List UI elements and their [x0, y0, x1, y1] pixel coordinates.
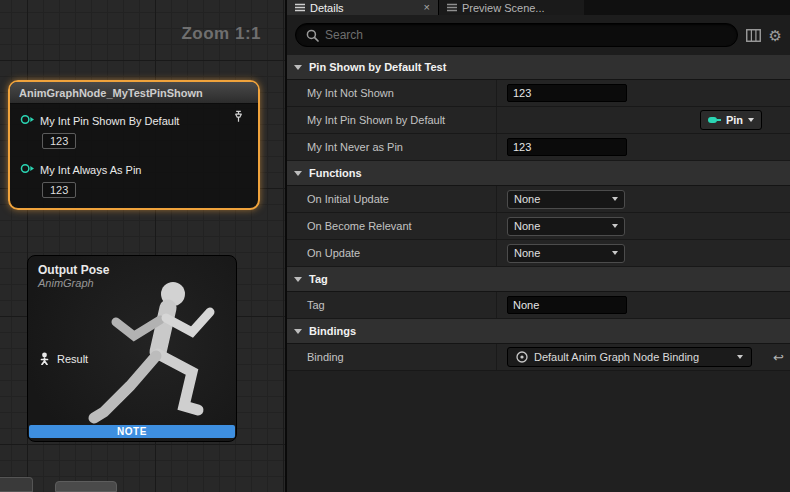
property-row: My Int Not Shown — [287, 80, 790, 107]
search-input[interactable] — [325, 28, 727, 42]
section-title: Pin Shown by Default Test — [309, 61, 446, 73]
pin-icon — [708, 116, 721, 124]
output-pose-node[interactable]: Output Pose AnimGraph Result NOTE — [27, 255, 237, 442]
binding-dropdown[interactable]: Default Anim Graph Node Binding — [507, 347, 752, 367]
close-icon[interactable]: × — [424, 2, 430, 13]
reset-to-default-icon[interactable]: ↩ — [773, 350, 784, 365]
on-update-dropdown[interactable]: None — [507, 244, 625, 263]
graph-canvas[interactable]: Zoom 1:1 AnimGraphNode_MyTestPinShown My… — [0, 0, 285, 492]
anim-graph-node[interactable]: AnimGraphNode_MyTestPinShown My Int Pin … — [8, 80, 260, 210]
chevron-down-icon — [294, 329, 302, 334]
int-pin-icon[interactable] — [20, 112, 35, 130]
pin-label: My Int Always As Pin — [40, 164, 141, 176]
output-node-subtitle: AnimGraph — [28, 277, 236, 289]
section-title: Bindings — [309, 325, 356, 337]
pin-label: My Int Pin Shown By Default — [40, 115, 179, 127]
node-pin-row: My Int Always As Pin 123 — [10, 149, 258, 198]
on-become-relevant-dropdown[interactable]: None — [507, 217, 625, 236]
chevron-down-icon — [612, 224, 618, 228]
chevron-down-icon — [612, 197, 618, 201]
chevron-down-icon — [748, 118, 754, 122]
preview-scene-tab-icon — [447, 3, 457, 12]
property-row: On Initial Update None — [287, 186, 790, 213]
property-row: Tag — [287, 292, 790, 319]
column-view-icon[interactable] — [746, 29, 761, 42]
int-pin-icon[interactable] — [20, 161, 35, 179]
details-empty-area — [287, 371, 790, 492]
output-node-title: Output Pose — [28, 256, 236, 277]
pose-pin-icon — [38, 352, 51, 365]
dropdown-value: None — [514, 247, 540, 259]
tab-label: Preview Scene... — [462, 2, 545, 14]
note-bar: NOTE — [29, 425, 235, 438]
chevron-down-icon — [294, 65, 302, 70]
dropdown-value: None — [514, 193, 540, 205]
my-int-never-as-pin-input[interactable] — [507, 138, 627, 156]
property-label: My Int Pin Shown by Default — [287, 107, 497, 133]
property-label: On Update — [287, 240, 497, 266]
property-row: Binding Default Anim Graph Node Binding … — [287, 344, 790, 371]
tab-details[interactable]: Details × — [287, 0, 438, 15]
node-pin-row: My Int Pin Shown By Default 123 — [10, 104, 258, 149]
gear-icon[interactable]: ⚙ — [769, 28, 782, 43]
binding-value: Default Anim Graph Node Binding — [534, 351, 699, 363]
section-header-functions[interactable]: Functions — [287, 161, 790, 186]
chevron-down-icon — [737, 355, 743, 359]
details-tab-icon — [295, 3, 305, 12]
search-icon — [306, 29, 319, 42]
chevron-down-icon — [612, 251, 618, 255]
tab-label: Details — [310, 2, 344, 14]
property-label: My Int Not Shown — [287, 80, 497, 106]
property-label: My Int Never as Pin — [287, 134, 497, 160]
binding-icon — [516, 351, 528, 363]
property-row: My Int Pin Shown by Default Pin — [287, 107, 790, 134]
on-initial-update-dropdown[interactable]: None — [507, 190, 625, 209]
pin-dropdown[interactable]: Pin — [700, 110, 762, 130]
property-label: Tag — [287, 292, 497, 318]
pin-dropdown-label: Pin — [726, 114, 743, 126]
tag-input[interactable] — [507, 296, 627, 314]
property-row: On Become Relevant None — [287, 213, 790, 240]
chevron-down-icon — [294, 277, 302, 282]
property-row: On Update None — [287, 240, 790, 267]
tab-preview-scene[interactable]: Preview Scene... — [438, 0, 584, 15]
pin-visibility-icon[interactable] — [232, 110, 245, 128]
partial-node[interactable] — [55, 481, 117, 492]
section-header-tag[interactable]: Tag — [287, 267, 790, 292]
search-box[interactable] — [295, 23, 738, 47]
my-int-not-shown-input[interactable] — [507, 84, 627, 102]
property-label: On Initial Update — [287, 186, 497, 212]
result-pin[interactable]: Result — [38, 352, 88, 365]
chevron-down-icon — [294, 171, 302, 176]
pin-value-box[interactable]: 123 — [42, 133, 76, 149]
property-label: On Become Relevant — [287, 213, 497, 239]
section-header-pin-shown[interactable]: Pin Shown by Default Test — [287, 55, 790, 80]
pin-value-box[interactable]: 123 — [42, 182, 76, 198]
section-title: Functions — [309, 167, 362, 179]
zoom-level-label: Zoom 1:1 — [181, 24, 261, 44]
search-row: ⚙ — [287, 15, 790, 55]
section-header-bindings[interactable]: Bindings — [287, 319, 790, 344]
node-title[interactable]: AnimGraphNode_MyTestPinShown — [10, 82, 258, 104]
details-panel: Details × Preview Scene... — [285, 0, 790, 492]
result-pin-label: Result — [57, 353, 88, 365]
mannequin-image — [76, 268, 234, 436]
dropdown-value: None — [514, 220, 540, 232]
partial-node[interactable] — [0, 477, 33, 492]
property-label: Binding — [287, 344, 497, 370]
section-title: Tag — [309, 273, 328, 285]
property-row: My Int Never as Pin — [287, 134, 790, 161]
tab-bar: Details × Preview Scene... — [287, 0, 790, 15]
